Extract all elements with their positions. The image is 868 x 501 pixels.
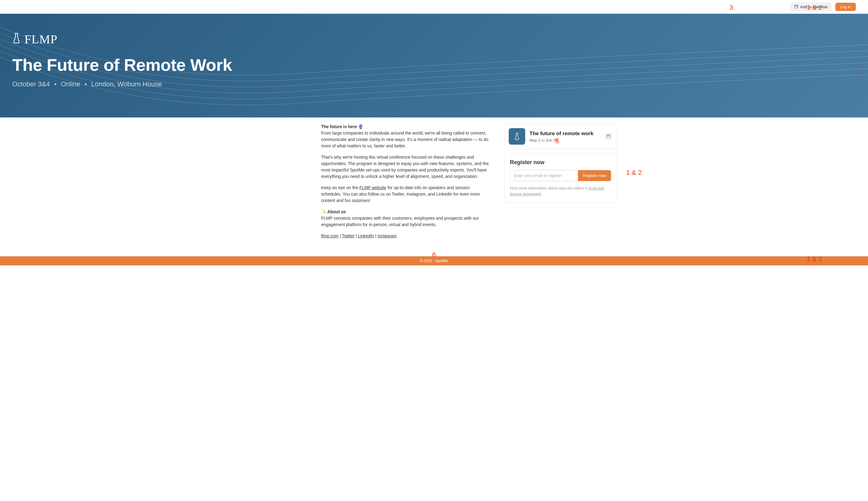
event-info: The future of remote work May 1 to Jun 3…	[530, 131, 600, 142]
topbar: Add to calendar Log in	[0, 0, 868, 14]
hero-location: London, Woburn House	[91, 80, 162, 88]
annotation-1-2-b: 1 & 2	[626, 169, 642, 177]
register-input-row: Register now	[510, 170, 611, 181]
event-card: The future of remote work May 1 to Jun 3…	[504, 124, 617, 149]
flmp-website-link[interactable]: FLMP website	[359, 185, 386, 190]
annotation-4: 4	[859, 69, 862, 77]
register-now-button[interactable]: Register now	[578, 170, 611, 181]
event-date-end: Jun 30	[546, 138, 557, 142]
hero-meta: October 3&4 • Online • London, Woburn Ho…	[12, 80, 856, 88]
event-calendar-button[interactable]	[605, 132, 612, 140]
twitter-link[interactable]: Twitter	[342, 233, 355, 238]
footer: © 2023 - SpotMe	[0, 256, 868, 265]
hero-logo-text: FLMP	[24, 32, 58, 46]
site-link[interactable]: flmp.com	[321, 233, 338, 238]
body-heading-1: The future is here	[321, 124, 357, 129]
hero-banner: FLMP The Future of Remote Work October 3…	[0, 14, 868, 117]
body-para-4: FLMP connects companies with their custo…	[321, 216, 479, 227]
register-info-text: Find more information about data we coll…	[510, 185, 611, 197]
body-para-3-pre: Keep an eye on the	[321, 185, 359, 190]
body-para-2: That's why we're hosting this virtual co…	[321, 154, 489, 180]
hero-logo: FLMP	[12, 32, 856, 46]
add-to-calendar-button[interactable]: Add to calendar	[791, 2, 832, 11]
hero-date: October 3&4	[12, 80, 50, 88]
body-heading-2: About us	[326, 209, 346, 214]
separator-dot: •	[54, 80, 57, 88]
event-card-title: The future of remote work	[530, 131, 600, 137]
calendar-icon	[606, 134, 610, 139]
svg-rect-6	[607, 135, 610, 137]
svg-rect-0	[794, 5, 798, 8]
flask-icon	[12, 33, 21, 46]
add-to-calendar-label: Add to calendar	[800, 4, 828, 9]
social-links: flmp.com | Twitter | LinkedIn | Instagra…	[321, 233, 489, 239]
register-info-post: .	[541, 192, 542, 196]
login-button[interactable]: Log in	[835, 3, 856, 11]
hero-title: The Future of Remote Work	[12, 55, 856, 75]
crystal-ball-emoji: 🔮	[358, 124, 363, 129]
event-date-to: to	[540, 138, 546, 142]
register-info-pre: Find more information about data we coll…	[510, 186, 589, 190]
body-para-1: From large companies to individuals arou…	[321, 131, 488, 148]
register-title: Register now	[510, 159, 611, 166]
event-date-start: May 1	[530, 138, 540, 142]
main-content: The future is here 🔮 From large companie…	[251, 117, 617, 256]
instagram-link[interactable]: Instagram	[378, 233, 397, 238]
calendar-icon	[794, 4, 799, 9]
sparkles-emoji: ✨	[321, 209, 326, 214]
event-card-dates: May 1 to Jun 30	[530, 138, 600, 142]
hero-format: Online	[61, 80, 80, 88]
footer-text: © 2023 - SpotMe	[420, 259, 448, 263]
content-body: The future is here 🔮 From large companie…	[318, 124, 492, 244]
topbar-right: Add to calendar Log in	[791, 2, 856, 11]
linkedin-link[interactable]: LinkedIn	[358, 233, 374, 238]
separator-dot: •	[85, 80, 87, 88]
register-email-input[interactable]	[510, 170, 578, 181]
register-card: Register now Register now Find more info…	[504, 153, 617, 203]
event-thumbnail	[509, 128, 525, 145]
sidebar: The future of remote work May 1 to Jun 3…	[504, 124, 617, 244]
